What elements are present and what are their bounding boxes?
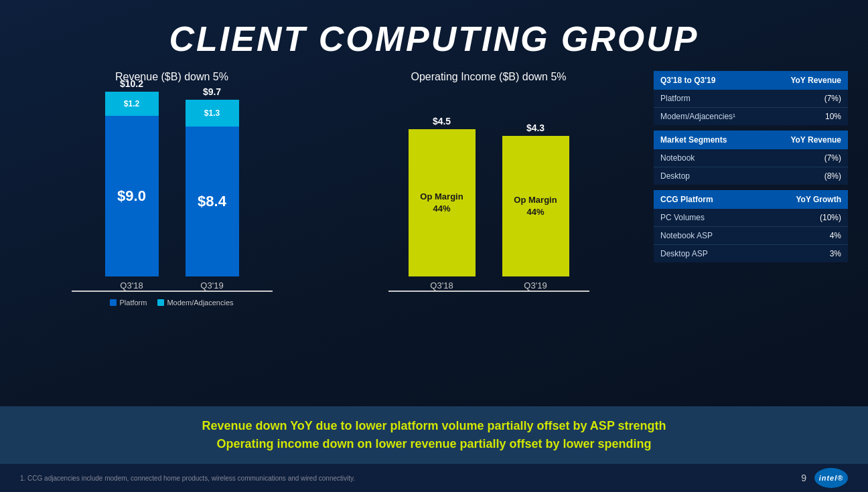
table2-notebook-value: (7%) — [762, 149, 848, 167]
op-q318-inner: Op Margin 44% — [420, 191, 463, 215]
table3-notebook-asp-label: Notebook ASP — [654, 227, 757, 245]
revenue-q319-top-label: $9.7 — [203, 86, 221, 97]
footer-note: 1. CCG adjacencies include modem, connec… — [20, 475, 355, 482]
legend-platform: Platform — [110, 299, 147, 307]
table-section: Q3'18 to Q3'19 YoY Revenue Platform (7%)… — [654, 71, 848, 262]
op-q318-label: Q3'18 — [430, 280, 453, 291]
revenue-chart-section: Revenue ($B) down 5% $10.2 $1.2 $9.0 Q3'… — [20, 71, 323, 307]
table3-desktop-asp-label: Desktop ASP — [654, 245, 757, 263]
legend-platform-label: Platform — [119, 299, 147, 307]
table2-row-desktop: Desktop (8%) — [654, 167, 848, 185]
op-bar-q319: $4.3 Op Margin 44% Q3'19 — [502, 122, 569, 291]
summary-line2: Operating income down on lower revenue p… — [216, 437, 651, 450]
revenue-q318-top-label: $10.2 — [120, 78, 143, 89]
op-bar-q318: $4.5 Op Margin 44% Q3'18 — [409, 116, 476, 291]
page-number: 9 — [801, 473, 806, 483]
revenue-bar-chart: $10.2 $1.2 $9.0 Q3'18 $9.7 — [72, 91, 273, 292]
table1-modem-label: Modem/Adjacencies¹ — [654, 108, 766, 126]
op-q318-top-label: $4.5 — [433, 116, 451, 127]
main-content: Revenue ($B) down 5% $10.2 $1.2 $9.0 Q3'… — [0, 71, 868, 406]
revenue-q318-label: Q3'18 — [120, 280, 143, 291]
summary-section: Revenue down YoY due to lower platform v… — [0, 406, 868, 464]
revenue-q319-stack: $1.3 $8.4 — [186, 100, 239, 276]
table1-modem-value: 10% — [766, 108, 848, 126]
op-chart-section: Operating Income ($B) down 5% $4.5 Op Ma… — [337, 71, 640, 292]
footer-right: 9 intel® — [801, 468, 848, 488]
table2-row-notebook: Notebook (7%) — [654, 149, 848, 167]
table2-desktop-label: Desktop — [654, 167, 762, 185]
revenue-q318-platform-value: $9.0 — [117, 187, 146, 205]
table-ccg-platform: CCG Platform YoY Growth PC Volumes (10%)… — [654, 190, 848, 262]
table2-header2: YoY Revenue — [762, 131, 848, 149]
legend-modem-label: Modem/Adjacencies — [167, 299, 233, 307]
table3-header2: YoY Growth — [757, 190, 848, 209]
revenue-legend: Platform Modem/Adjacencies — [110, 299, 233, 307]
revenue-q318-stack: $1.2 $9.0 — [105, 92, 159, 276]
table1-platform-label: Platform — [654, 90, 766, 108]
table3-row-pc-volumes: PC Volumes (10%) — [654, 209, 848, 227]
table1-header2: YoY Revenue — [766, 71, 848, 90]
table1-row-platform: Platform (7%) — [654, 90, 848, 108]
revenue-q318-platform-bar: $9.0 — [105, 116, 159, 276]
table3-header1: CCG Platform — [654, 190, 757, 209]
intel-logo-text: intel® — [819, 474, 844, 482]
summary-text: Revenue down YoY due to lower platform v… — [20, 417, 848, 453]
legend-modem-dot — [157, 299, 164, 306]
table2-notebook-label: Notebook — [654, 149, 762, 167]
table2-header1: Market Segments — [654, 131, 762, 149]
table3-desktop-asp-value: 3% — [757, 245, 848, 263]
op-q318-line2: 44% — [433, 203, 450, 214]
op-bar-chart: $4.5 Op Margin 44% Q3'18 $4.3 Op Margi — [388, 91, 589, 292]
revenue-bar-q318: $10.2 $1.2 $9.0 Q3'18 — [105, 78, 159, 291]
table1-row-modem: Modem/Adjacencies¹ 10% — [654, 108, 848, 126]
table1-platform-value: (7%) — [766, 90, 848, 108]
op-q319-top-label: $4.3 — [526, 122, 545, 133]
table3-row-desktop-asp: Desktop ASP 3% — [654, 245, 848, 263]
op-q318-line1: Op Margin — [420, 191, 463, 201]
table-q318-q319: Q3'18 to Q3'19 YoY Revenue Platform (7%)… — [654, 71, 848, 125]
revenue-q318-modem-value: $1.2 — [124, 99, 139, 108]
revenue-q319-label: Q3'19 — [200, 280, 223, 291]
op-q318-bar: Op Margin 44% — [409, 129, 476, 276]
table3-pc-volumes-value: (10%) — [757, 209, 848, 227]
op-q319-line1: Op Margin — [514, 195, 557, 205]
op-q319-inner: Op Margin 44% — [514, 194, 557, 218]
table3-row-notebook-asp: Notebook ASP 4% — [654, 227, 848, 245]
table-market-segments: Market Segments YoY Revenue Notebook (7%… — [654, 131, 848, 185]
revenue-q319-modem-value: $1.3 — [204, 108, 220, 118]
legend-modem: Modem/Adjacencies — [157, 299, 233, 307]
summary-line1: Revenue down YoY due to lower platform v… — [202, 419, 666, 432]
intel-logo: intel® — [814, 468, 848, 488]
op-q319-line2: 44% — [526, 207, 544, 217]
slide-title: CLIENT COMPUTING GROUP — [0, 19, 868, 59]
op-q319-bar: Op Margin 44% — [502, 136, 569, 276]
table3-notebook-asp-value: 4% — [757, 227, 848, 245]
revenue-q319-platform-bar: $8.4 — [186, 127, 239, 276]
footer: 1. CCG adjacencies include modem, connec… — [0, 464, 868, 492]
table2-desktop-value: (8%) — [762, 167, 848, 185]
table1-header1: Q3'18 to Q3'19 — [654, 71, 766, 90]
table3-pc-volumes-label: PC Volumes — [654, 209, 757, 227]
revenue-q319-platform-value: $8.4 — [198, 193, 226, 210]
title-section: CLIENT COMPUTING GROUP — [0, 0, 868, 71]
revenue-q318-modem-bar: $1.2 — [105, 92, 159, 116]
legend-platform-dot — [110, 299, 117, 306]
revenue-bar-q319: $9.7 $1.3 $8.4 Q3'19 — [186, 86, 239, 291]
op-q319-label: Q3'19 — [524, 280, 547, 291]
revenue-q319-modem-bar: $1.3 — [186, 100, 239, 127]
slide: CLIENT COMPUTING GROUP Revenue ($B) down… — [0, 0, 868, 492]
op-chart-title: Operating Income ($B) down 5% — [411, 71, 566, 83]
